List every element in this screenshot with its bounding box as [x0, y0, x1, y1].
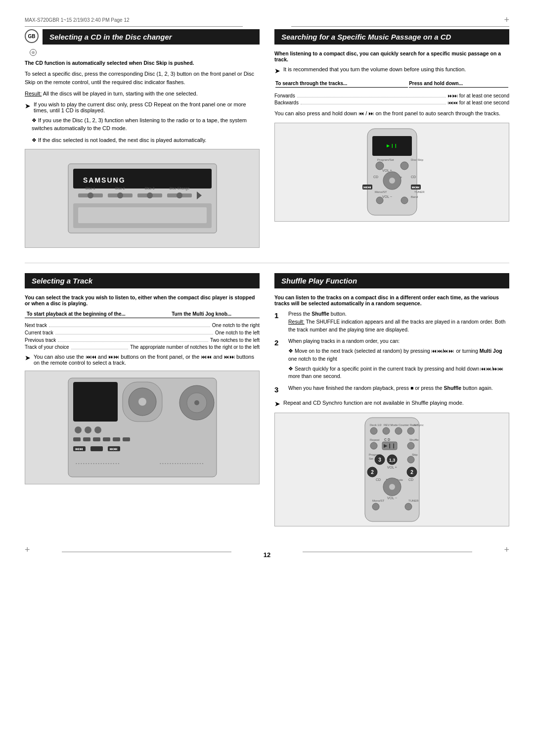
selecting-track-section: Selecting a Track You can select the tra… [25, 273, 260, 526]
bottom-crosshair-right: + [504, 545, 509, 555]
svg-text:REV.Mode: REV.Mode [384, 424, 398, 426]
shuffle-note-row: ➤ Repeat and CD Synchro function are not… [274, 400, 509, 408]
previous-track-action: Two notches to the left [210, 337, 260, 343]
searching-note1-row: ➤ It is recommended that you turn the vo… [274, 66, 509, 75]
svg-text:CD: CD [376, 478, 381, 481]
choice-track-action: The appropriate number of notches to the… [130, 344, 260, 350]
svg-text:CD: CD [411, 175, 416, 179]
dotted-sep [297, 93, 446, 97]
track-row-previous: Previous track Two notches to the left [25, 337, 260, 343]
step3-num: 3 [274, 384, 283, 396]
svg-text:Disc 3: Disc 3 [145, 187, 155, 190]
header-row: MAX-S720GBR 1~15 2/19/03 2:40 PM Page 12… [25, 15, 509, 25]
svg-text:2: 2 [410, 470, 413, 475]
note3-text: ❖ If the disc selected is not loaded, th… [32, 136, 260, 144]
svg-point-25 [400, 162, 408, 170]
step2-num: 2 [274, 337, 283, 380]
step2-sub1: ❖ Move on to the next track (selected at… [288, 347, 509, 363]
step1-result: Result: The SHUFFLE indication appears a… [288, 318, 509, 334]
svg-text:Shuffle: Shuffle [409, 438, 419, 441]
backwards-action: ⏮⏮ for at least one second [448, 100, 509, 105]
shuffle-intro: You can listen to the tracks on a compac… [274, 294, 509, 306]
front-panel-image: ⏮⏮ ⏭⏭ • • • • • • • • • • • • • • • • • … [25, 371, 260, 484]
svg-text:• • • • • • • • • • • • • • • : • • • • • • • • • • • • • • • • • • [76, 461, 119, 466]
svg-text:Repeat: Repeat [370, 438, 380, 441]
svg-text:VOL −: VOL − [387, 496, 397, 500]
svg-text:C D: C D [384, 438, 390, 441]
svg-rect-56 [103, 437, 110, 441]
svg-text:Set: Set [369, 457, 373, 460]
remote-search-image: ▶ ❙❙ Program/Set Disc Skip VOL + CD Tuni… [274, 123, 509, 222]
step1-content: Press the Shuffle button. Result: The SH… [288, 310, 509, 333]
search-col2-header: Press and hold down... [409, 80, 508, 88]
svg-text:Mono/ST: Mono/ST [375, 190, 387, 193]
svg-rect-43 [73, 382, 118, 422]
svg-text:CD: CD [373, 175, 378, 179]
svg-text:Deck 1/2: Deck 1/2 [370, 424, 382, 426]
note2-block: ❖ If you use the Disc (1, 2, 3) function… [32, 116, 260, 144]
step2-main: When playing tracks in a random order, y… [288, 337, 509, 345]
svg-text:Mono/ST: Mono/ST [372, 499, 385, 502]
forwards-label: Forwards [274, 93, 295, 98]
selecting-cd-result: Result: All the discs will be played in … [25, 90, 260, 98]
svg-text:⏭⏭: ⏭⏭ [412, 185, 420, 189]
searching-title: Searching for a Specific Music Passage o… [274, 29, 509, 45]
search-col1-header: To search through the tracks... [275, 80, 408, 88]
remote-svg: ▶ ❙❙ Program/Set Disc Skip VOL + CD Tuni… [338, 126, 446, 218]
svg-rect-18 [78, 207, 207, 223]
shuffle-steps: 1 Press the Shuffle button. Result: The … [274, 310, 509, 396]
svg-text:▶❙❙: ▶❙❙ [384, 443, 396, 449]
selecting-cd-intro: The CD function is automatically selecte… [25, 60, 260, 66]
svg-point-104 [405, 503, 412, 510]
header-meta: MAX-S720GBR 1~15 2/19/03 2:40 PM Page 12 [25, 17, 130, 23]
bottom-section: Selecting a Track You can select the tra… [25, 273, 509, 526]
svg-text:SAMSUNG: SAMSUNG [83, 176, 126, 184]
svg-point-13 [147, 192, 153, 198]
arrow-icon2: ➤ [274, 67, 280, 75]
svg-rect-61 [90, 446, 103, 451]
next-track-action: One notch to the right [212, 323, 260, 328]
svg-text:▶ ❙❙: ▶ ❙❙ [386, 143, 397, 148]
svg-text:⏭⏭: ⏭⏭ [110, 447, 118, 451]
disc-changer-svg: SAMSUNG Disc 1 Disc 2 Disc 3 Disc Change [63, 154, 222, 243]
svg-point-14 [177, 192, 182, 198]
selecting-track-title: Selecting a Track [25, 273, 260, 288]
svg-point-81 [407, 442, 414, 449]
svg-point-52 [194, 400, 199, 405]
result-label: Result: [25, 91, 42, 96]
svg-rect-55 [93, 437, 100, 441]
next-track-label: Next track [25, 323, 47, 328]
svg-text:CD: CD [408, 478, 413, 481]
track-row-choice: Track of your choice The appropriate num… [25, 344, 260, 350]
step3-content: When you have finished the random playba… [288, 384, 509, 396]
shuffle-step-1: 1 Press the Shuffle button. Result: The … [274, 310, 509, 333]
top-section: GB ◎ Selecting a CD in the Disc changer … [25, 29, 509, 248]
note2-text: ❖ If you use the Disc (1, 2, 3) function… [32, 116, 260, 133]
backwards-label: Backwards [274, 100, 299, 105]
dotted-sep6 [71, 344, 129, 349]
step1-main: Press the Shuffle button. [288, 310, 509, 318]
searching-music-section: Searching for a Specific Music Passage o… [274, 29, 509, 248]
track-col1-header: To start playback at the beginning of th… [25, 310, 170, 318]
svg-point-46 [138, 398, 146, 406]
svg-text:Disc 1: Disc 1 [86, 187, 95, 190]
selecting-cd-para1: To select a specific disc, press the cor… [25, 70, 260, 86]
step3-main: When you have finished the random playba… [288, 384, 509, 392]
svg-point-78 [370, 442, 377, 449]
svg-point-89 [407, 456, 414, 463]
shuffle-title: Shuffle Play Function [274, 273, 509, 288]
step2-sub2: ❖ Search quickly for a specific point in… [288, 365, 509, 381]
track-note1-row: ➤ You can also use the ⏮⏮ and ⏭⏭ buttons… [25, 354, 260, 366]
svg-text:VOL +: VOL + [387, 466, 397, 469]
dotted-sep5 [58, 337, 208, 342]
step2-content: When playing tracks in a random order, y… [288, 337, 509, 380]
svg-text:3: 3 [378, 457, 381, 463]
shuffle-remote-svg: Deck 1/2 REV.Mode Counter Reset AI Sync … [340, 415, 444, 524]
search-forwards-row: Forwards ⏭⏭ for at least one second [274, 93, 509, 98]
shuffle-section: Shuffle Play Function You can listen to … [274, 273, 509, 526]
track-row-current: Current track One notch to the left [25, 330, 260, 335]
search-table: To search through the tracks... Press an… [274, 79, 509, 89]
note1-row: ➤ If you wish to play the current disc o… [25, 101, 260, 113]
svg-text:Disc 2: Disc 2 [115, 187, 125, 190]
svg-text:AI Sync: AI Sync [413, 424, 424, 426]
